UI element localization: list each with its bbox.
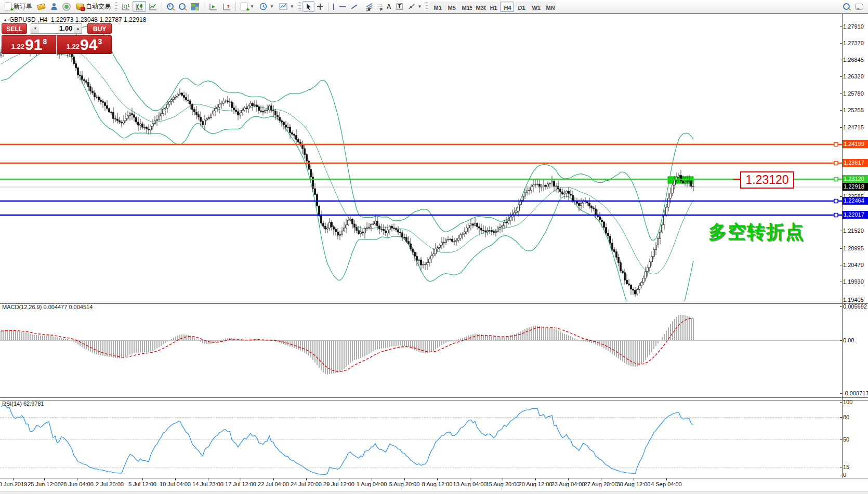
level-line-anchor (834, 178, 838, 181)
time-axis[interactable]: 0 Jun 201925 Jun 12:0028 Jun 04:002 Jul … (0, 478, 868, 491)
trendline-icon (351, 4, 357, 9)
price-axis-tick: 1.27910 (843, 23, 864, 30)
chart-ohlc-values: 1.22973 1.23048 1.22787 1.22918 (51, 16, 147, 23)
chat-button[interactable] (852, 1, 866, 12)
price-axis-tick: 1.26845 (843, 56, 864, 63)
line-chart-button[interactable] (146, 1, 160, 12)
candlestick-icon (135, 3, 143, 10)
search-icon (843, 3, 850, 10)
turning-point-annotation[interactable]: 多空转折点 (708, 220, 805, 244)
tile-windows-button[interactable] (188, 1, 202, 12)
autotrading-icon (76, 4, 84, 10)
crosshair-icon (317, 4, 323, 10)
zoom-out-icon (179, 3, 186, 10)
text-button[interactable]: A (384, 1, 394, 12)
price-tag-label[interactable]: 1.23120 (740, 171, 794, 189)
clock-icon (259, 3, 267, 10)
fibonacci-button[interactable]: F (372, 1, 384, 12)
auto-scroll-icon (209, 3, 217, 10)
timeframe-button-m5[interactable]: M5 (444, 2, 458, 12)
bull-candles (1, 43, 690, 294)
sell-price-big: 91 (25, 37, 42, 52)
tile-windows-icon (191, 3, 199, 10)
arrows-button[interactable]: ▼ (405, 1, 425, 12)
periods-button[interactable]: ▼ (257, 1, 277, 12)
community-button[interactable] (48, 1, 60, 12)
auto-scroll-button[interactable] (206, 1, 220, 12)
chart-shift-icon (222, 3, 231, 10)
level-line-anchor (834, 199, 838, 203)
rsi-panel-splitter[interactable] (0, 397, 868, 400)
zoom-out-button[interactable] (176, 1, 188, 12)
trendline-button[interactable] (348, 1, 360, 12)
chart-shift-button[interactable] (220, 1, 233, 12)
templates-button[interactable]: ▼ (277, 1, 297, 12)
volume-input[interactable]: 1.00 (39, 24, 74, 33)
equidistant-channel-button[interactable]: E (360, 1, 372, 12)
new-order-label: 新订单 (14, 2, 32, 11)
timeframe-button-w1[interactable]: W1 (528, 2, 542, 12)
candlestick-chart-button[interactable] (133, 1, 146, 12)
zoom-in-button[interactable] (164, 1, 176, 12)
time-axis-tick (535, 478, 536, 480)
timeframe-button-m15[interactable]: M15 (458, 2, 472, 12)
level-price-axis-label: 1.23120 (843, 175, 868, 183)
timeframe-button-d1[interactable]: D1 (514, 2, 528, 12)
signals-button[interactable] (60, 1, 73, 12)
rsi-indicator-label: RSI(14) 62.9781 (2, 400, 44, 407)
time-axis-tick (568, 478, 569, 480)
mt4-terminal-window: 新订单 自动交易 (0, 0, 868, 494)
time-axis-tick (634, 478, 634, 480)
toolbar-separator (162, 2, 162, 11)
rsi-axis-tick: 0 (843, 471, 846, 478)
macd-axis-tick: 0.00 (843, 337, 854, 344)
rsi-line (1, 405, 693, 474)
buy-button[interactable]: BUY (87, 23, 112, 34)
buy-price-sup: 3 (98, 37, 102, 46)
time-axis-tick (77, 478, 77, 480)
bollinger-lower-band (1, 52, 693, 334)
time-axis-tick (273, 478, 274, 480)
autotrading-button[interactable]: 自动交易 (73, 1, 113, 12)
vertical-line-button[interactable] (331, 1, 337, 12)
buy-price-prefix: 1.22 (67, 43, 80, 50)
cursor-button[interactable] (303, 1, 314, 12)
signal-icon (62, 3, 71, 11)
bar-chart-button[interactable] (119, 1, 133, 12)
toolbar-separator (235, 2, 236, 11)
text-label-button[interactable]: T (393, 1, 405, 12)
indicators-button[interactable]: ▼ (238, 1, 257, 12)
timeframe-button-m30[interactable]: M30 (472, 2, 486, 12)
horizontal-line-button[interactable] (337, 1, 348, 12)
chart-canvas[interactable] (0, 0, 868, 494)
line-chart-icon (149, 3, 157, 10)
toolbar-grip[interactable] (115, 2, 117, 11)
price-axis-tick: 1.19405 (843, 296, 864, 303)
search-button[interactable] (840, 1, 852, 12)
new-order-button[interactable]: 新订单 (2, 1, 35, 12)
volume-decrease-button[interactable]: ▼ (31, 24, 39, 33)
timeframe-button-h4[interactable]: H4 (500, 2, 514, 12)
volume-increase-button[interactable]: ▲ (74, 24, 82, 33)
timeframe-button-h1[interactable]: H1 (486, 2, 500, 12)
timeframe-toolbar: M1M5M15M30H1H4D1W1MN (430, 2, 556, 12)
toolbar-separator (204, 2, 204, 11)
timeframe-button-m1[interactable]: M1 (430, 2, 444, 12)
collapse-icon[interactable]: ▲ (3, 18, 7, 22)
sell-price-button[interactable]: 1.22 91 8 (2, 35, 57, 54)
chat-icon (855, 4, 863, 10)
metaeditor-button[interactable] (35, 1, 48, 12)
toolbar-grip[interactable] (426, 2, 428, 11)
buy-price-button[interactable]: 1.22 94 3 (57, 35, 112, 54)
toolbar-grip[interactable] (298, 2, 301, 11)
time-axis-tick (110, 478, 110, 480)
timeframe-button-mn[interactable]: MN (542, 2, 556, 12)
chart-symbol-period: GBPUSD-,H4 (9, 16, 47, 23)
rsi-axis-tick: 50 (843, 436, 849, 443)
price-axis-tick: 1.24715 (843, 124, 864, 131)
sell-button[interactable]: SELL (2, 23, 27, 34)
rsi-axis-tick: 80 (843, 413, 849, 421)
horizontal-line-icon (339, 6, 346, 7)
macd-panel-splitter[interactable] (0, 301, 868, 304)
crosshair-button[interactable] (314, 1, 326, 12)
